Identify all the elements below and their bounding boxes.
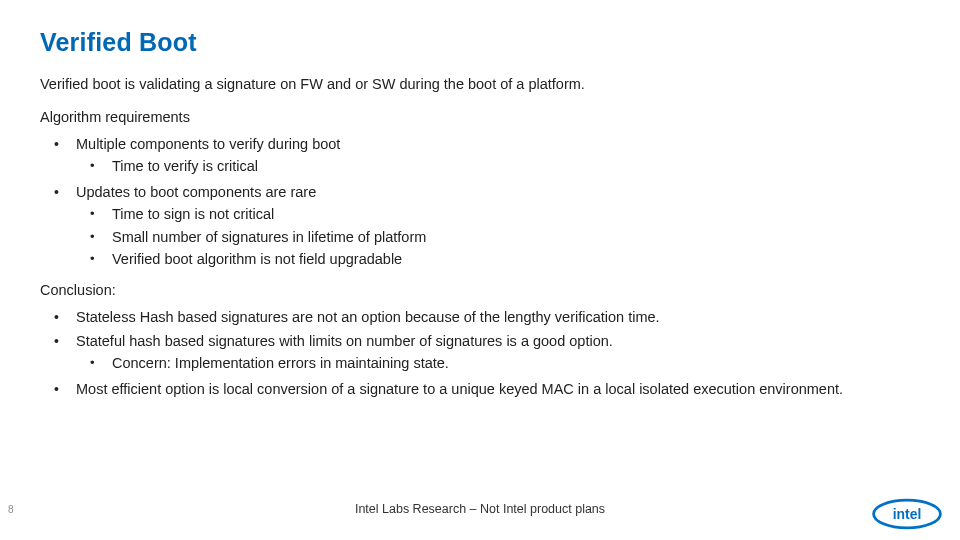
bullet-text: Multiple components to verify during boo… [76,136,340,152]
list-item: Updates to boot components are rare Time… [54,183,920,270]
footer-text: Intel Labs Research – Not Intel product … [0,502,960,516]
list-item: Stateful hash based signatures with limi… [54,332,920,374]
bullet-text: Stateless Hash based signatures are not … [76,309,660,325]
list-item: Small number of signatures in lifetime o… [90,228,920,248]
bullet-text: Stateful hash based signatures with limi… [76,333,613,349]
conclusion-label: Conclusion: [40,282,920,298]
conclusion-list: Stateless Hash based signatures are not … [40,308,920,399]
bullet-text: Verified boot algorithm is not field upg… [112,251,402,267]
bullet-text: Updates to boot components are rare [76,184,316,200]
list-item: Time to sign is not critical [90,205,920,225]
slide-title: Verified Boot [40,28,920,57]
list-item: Verified boot algorithm is not field upg… [90,250,920,270]
bullet-text: Most efficient option is local conversio… [76,381,843,397]
intel-logo-text: intel [893,506,922,522]
bullet-text: Small number of signatures in lifetime o… [112,229,426,245]
sub-list: Time to sign is not critical Small numbe… [76,205,920,270]
list-item: Concern: Implementation errors in mainta… [90,354,920,374]
bullet-text: Time to verify is critical [112,158,258,174]
slide-footer: 8 Intel Labs Research – Not Intel produc… [0,496,960,528]
intel-logo-icon: intel [872,498,942,530]
sub-list: Time to verify is critical [76,157,920,177]
list-item: Multiple components to verify during boo… [54,135,920,177]
slide: Verified Boot Verified boot is validatin… [0,0,960,540]
intro-paragraph: Verified boot is validating a signature … [40,75,920,95]
list-item: Time to verify is critical [90,157,920,177]
sub-list: Concern: Implementation errors in mainta… [76,354,920,374]
list-item: Stateless Hash based signatures are not … [54,308,920,328]
bullet-text: Time to sign is not critical [112,206,274,222]
algorithm-requirements-label: Algorithm requirements [40,109,920,125]
algorithm-requirements-list: Multiple components to verify during boo… [40,135,920,270]
bullet-text: Concern: Implementation errors in mainta… [112,355,449,371]
list-item: Most efficient option is local conversio… [54,380,920,400]
